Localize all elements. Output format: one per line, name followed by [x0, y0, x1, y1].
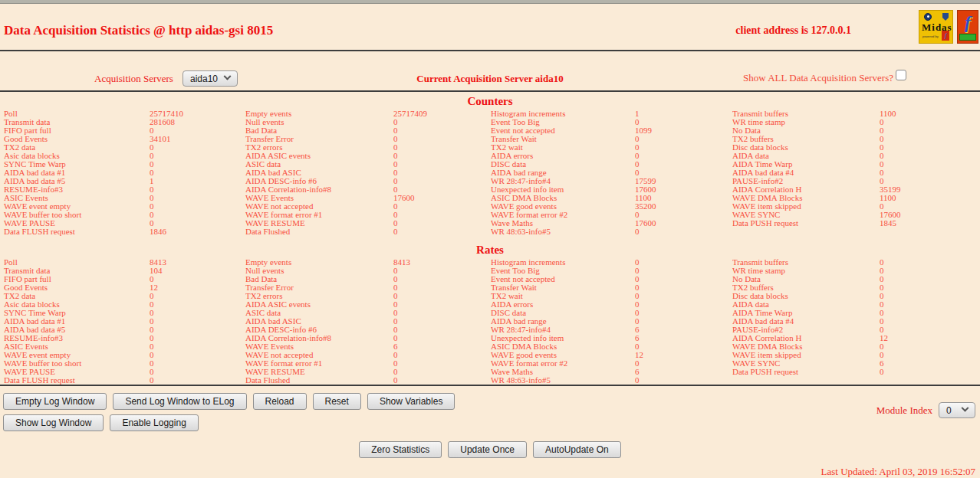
stat-label: WAVE good events	[491, 202, 635, 211]
stat-label: AIDA data	[732, 300, 880, 309]
stat-row: AIDA bad data #51AIDA DESC-info #60WR 28…	[0, 177, 980, 185]
fortran-f-icon: f	[958, 12, 978, 33]
stat-label: WAVE DMA Blocks	[732, 194, 880, 202]
stat-label: AIDA bad range	[491, 169, 635, 177]
server-bar: Acquisition Servers aida10 Current Acqui…	[0, 51, 980, 90]
stat-value: 0	[150, 300, 245, 309]
stat-value: 17600	[393, 194, 491, 202]
stat-label: Disc data blocks	[732, 292, 880, 300]
module-index-label: Module Index	[876, 404, 932, 417]
stat-label: Bad Data	[245, 126, 393, 135]
module-index-select[interactable]: 0	[939, 402, 975, 418]
stat-value: 0	[393, 185, 491, 194]
stat-label: Data FLUSH request	[0, 376, 150, 385]
stat-label: WAVE event empty	[0, 202, 150, 211]
zero-statistics-button[interactable]: Zero Statistics	[359, 441, 442, 458]
send-log-window-to-elog-button[interactable]: Send Log Window to ELog	[113, 393, 246, 410]
stat-value: 281608	[150, 118, 245, 126]
stat-value: 0	[880, 275, 980, 283]
page-header: Data Acquisition Statistics @ http aidas…	[0, 4, 980, 50]
stat-label: AIDA bad range	[491, 317, 635, 326]
stat-label: WAVE DMA Blocks	[732, 342, 880, 351]
stat-label: WAVE event empty	[0, 351, 150, 359]
stat-label: WAVE format error #2	[491, 211, 635, 219]
stat-value: 0	[393, 143, 491, 152]
stat-value: 0	[150, 152, 245, 160]
stat-value: 0	[635, 160, 732, 169]
stat-value: 0	[880, 342, 980, 351]
reload-button[interactable]: Reload	[253, 393, 307, 410]
stat-label: AIDA bad ASIC	[245, 169, 393, 177]
stat-row: AIDA bad data #50AIDA DESC-info #60WR 28…	[0, 326, 980, 334]
stat-label: AIDA errors	[491, 300, 635, 309]
stat-value: 1	[150, 177, 245, 185]
stat-row: TX2 data0TX2 errors0TX2 wait0Disc data b…	[0, 292, 980, 300]
stat-value: 0	[635, 135, 732, 143]
show-log-window-button[interactable]: Show Log Window	[3, 414, 104, 431]
enable-logging-button[interactable]: Enable Logging	[110, 414, 198, 431]
stat-label: Transfer Error	[245, 135, 393, 143]
stat-value: 0	[150, 143, 245, 152]
stat-value: 0	[880, 309, 980, 317]
show-all-servers-checkbox[interactable]	[896, 70, 906, 80]
stat-label: FIFO part full	[0, 126, 150, 135]
stat-label: Bad Data	[245, 275, 393, 283]
stat-value: 0	[880, 126, 980, 135]
stat-value: 0	[150, 368, 245, 376]
stat-value: 0	[880, 177, 980, 185]
stat-label: WAVE SYNC	[732, 359, 880, 368]
stat-label: WAVE format error #1	[245, 211, 393, 219]
stat-value: 0	[635, 258, 732, 267]
midas-badge-icon	[924, 13, 932, 21]
stat-label: WR 28:47-info#4	[491, 177, 635, 185]
stat-label: ASIC data	[245, 160, 393, 169]
stat-value: 0	[150, 160, 245, 169]
stat-label: TX2 data	[0, 292, 150, 300]
stat-value: 0	[393, 202, 491, 211]
stat-label: Transfer Wait	[491, 135, 635, 143]
update-once-button[interactable]: Update Once	[448, 441, 527, 458]
stat-value: 0	[393, 359, 491, 368]
empty-log-window-button[interactable]: Empty Log Window	[3, 393, 107, 410]
stat-value: 0	[880, 368, 980, 376]
stat-row: ASIC Events0WAVE Events17600ASIC DMA Blo…	[0, 194, 980, 202]
stat-row: WAVE buffer too short0WAVE format error …	[0, 359, 980, 368]
stat-row: FIFO part full0Bad Data0Event not accept…	[0, 126, 980, 135]
autoupdate-on-button[interactable]: AutoUpdate On	[533, 441, 621, 458]
stat-label: Good Events	[0, 283, 150, 292]
last-updated-text: Last Updated: April 03, 2019 16:52:07	[0, 466, 980, 478]
stat-label: WR 48:63-info#5	[491, 228, 635, 236]
reset-button[interactable]: Reset	[313, 393, 361, 410]
stat-label: WAVE Events	[245, 194, 393, 202]
stat-label: Data PUSH request	[732, 368, 880, 376]
stat-row: WAVE buffer too short0WAVE format error …	[0, 211, 980, 219]
show-all-servers-label: Show ALL Data Acquisition Servers?	[743, 72, 893, 84]
stat-label: Empty events	[245, 110, 393, 118]
stat-label: DISC data	[491, 160, 635, 169]
stat-label: PAUSE-info#2	[732, 326, 880, 334]
stat-value: 0	[150, 334, 245, 342]
stat-value: 0	[880, 135, 980, 143]
stat-label: WR 48:63-info#5	[491, 376, 635, 385]
counters-table: Poll25717410Empty events25717409Histogra…	[0, 110, 980, 236]
stat-row: Data FLUSH request0Data Flushed0WR 48:63…	[0, 376, 980, 385]
stat-label: WR time stamp	[732, 118, 880, 126]
stat-row: Asic data blocks0AIDA ASIC events0AIDA e…	[0, 152, 980, 160]
stat-value: 0	[880, 118, 980, 126]
stat-label: SYNC Time Warp	[0, 160, 150, 169]
stat-label: Event not accepted	[491, 275, 635, 283]
stat-value: 0	[393, 211, 491, 219]
stat-label: Disc data blocks	[732, 143, 880, 152]
stat-row: SYNC Time Warp0ASIC data0DISC data0AIDA …	[0, 160, 980, 169]
stat-value: 0	[150, 376, 245, 385]
stat-value: 0	[393, 292, 491, 300]
show-variables-button[interactable]: Show Variables	[367, 393, 455, 410]
stat-label: Data PUSH request	[732, 219, 880, 228]
stat-label: AIDA Correlation H	[732, 185, 880, 194]
stat-value: 0	[393, 152, 491, 160]
stat-value	[880, 376, 980, 385]
stat-value: 0	[880, 326, 980, 334]
stat-value: 0	[393, 317, 491, 326]
stat-label: Histogram increments	[491, 258, 635, 267]
stat-label: AIDA bad data #1	[0, 169, 150, 177]
